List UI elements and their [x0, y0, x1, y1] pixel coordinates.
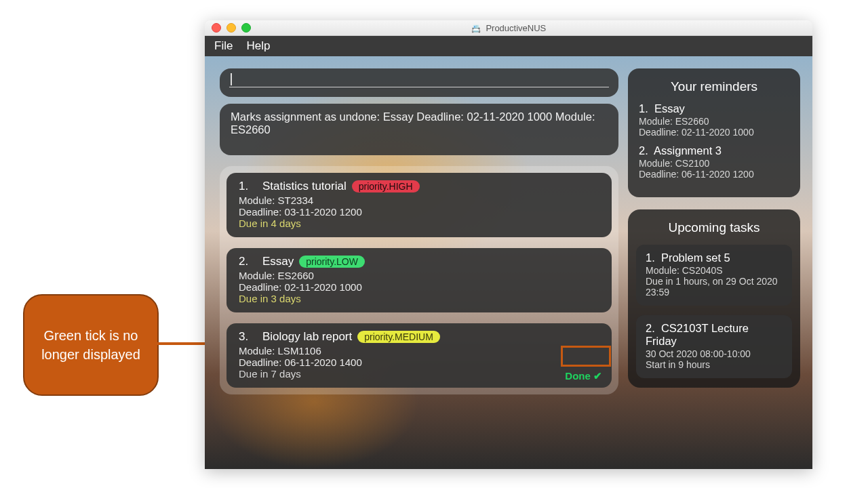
task-module: Module: ST2334: [239, 195, 599, 206]
reminders-panel: Your reminders 1. Essay Module: ES2660 D…: [628, 68, 800, 197]
task-due: Due in 4 days: [239, 218, 599, 229]
window-title: 📇 ProductiveNUS: [205, 23, 812, 33]
task-module: Module: LSM1106: [239, 345, 599, 357]
reminder-item[interactable]: 1. Essay Module: ES2660 Deadline: 02-11-…: [639, 102, 789, 138]
task-list: 1. Statistics tutorial priority.HIGH Mod…: [220, 166, 618, 394]
command-input-panel: [220, 68, 618, 97]
annotation-arrow-shaft: [152, 342, 210, 345]
reminder-index: 2.: [639, 144, 648, 157]
task-index: 2.: [239, 255, 248, 268]
upcoming-name: CS2103T Lecture Friday: [646, 322, 749, 347]
task-card[interactable]: 3. Biology lab report priority.MEDIUM Mo…: [226, 323, 612, 388]
upcoming-panel: Upcoming tasks 1. Problem set 5 Module: …: [628, 209, 800, 388]
upcoming-line2: Due in 1 hours, on 29 Oct 2020 23:59: [646, 276, 783, 298]
window-title-text: ProductiveNUS: [486, 23, 546, 33]
upcoming-title: Upcoming tasks: [636, 220, 792, 235]
app-window: 📇 ProductiveNUS File Help Marks assignme…: [205, 20, 812, 469]
done-indicator: Done ✔: [565, 370, 602, 382]
reminder-deadline: Deadline: 02-11-2020 1000: [639, 127, 789, 138]
task-deadline: Deadline: 02-11-2020 1000: [239, 281, 599, 293]
reminder-index: 1.: [639, 102, 648, 115]
command-input[interactable]: [229, 87, 609, 87]
status-panel: Marks assignment as undone: Essay Deadli…: [220, 104, 618, 155]
priority-badge: priority.MEDIUM: [357, 331, 440, 343]
reminder-module: Module: CS2100: [639, 158, 789, 169]
upcoming-line1: 30 Oct 2020 08:00-10:00: [646, 348, 783, 359]
upcoming-index: 2.: [646, 322, 655, 334]
reminder-module: Module: ES2660: [639, 116, 789, 127]
upcoming-name: Problem set 5: [661, 251, 730, 264]
upcoming-item[interactable]: 1. Problem set 5 Module: CS2040S Due in …: [636, 245, 792, 306]
menu-help[interactable]: Help: [246, 39, 270, 53]
task-index: 1.: [239, 180, 248, 193]
reminder-item[interactable]: 2. Assignment 3 Module: CS2100 Deadline:…: [639, 144, 789, 180]
app-body: File Help Marks assignment as undone: Es…: [205, 36, 812, 469]
task-card[interactable]: 1. Statistics tutorial priority.HIGH Mod…: [226, 173, 612, 237]
upcoming-line2: Start in 9 hours: [646, 359, 783, 370]
upcoming-line1: Module: CS2040S: [646, 265, 783, 276]
priority-badge: priority.LOW: [299, 256, 365, 268]
right-column: Your reminders 1. Essay Module: ES2660 D…: [628, 68, 800, 388]
priority-badge: priority.HIGH: [352, 180, 420, 192]
task-deadline: Deadline: 03-11-2020 1200: [239, 206, 599, 218]
status-text: Marks assignment as undone: Essay Deadli…: [231, 110, 595, 136]
reminder-deadline: Deadline: 06-11-2020 1200: [639, 169, 789, 180]
text-cursor: [231, 73, 232, 85]
task-module: Module: ES2660: [239, 270, 599, 281]
reminder-name: Essay: [654, 102, 685, 115]
task-index: 3.: [239, 330, 248, 344]
menubar: File Help: [205, 36, 812, 56]
menu-file[interactable]: File: [214, 39, 233, 53]
titlebar: 📇 ProductiveNUS: [205, 20, 812, 36]
upcoming-index: 1.: [646, 251, 655, 264]
task-due: Due in 3 days: [239, 293, 599, 304]
task-name: Statistics tutorial: [262, 180, 347, 193]
app-icon: 📇: [471, 24, 481, 33]
upcoming-item[interactable]: 2. CS2103T Lecture Friday 30 Oct 2020 08…: [636, 315, 792, 378]
reminders-title: Your reminders: [639, 79, 789, 94]
task-name: Biology lab report: [262, 330, 352, 344]
annotation-callout-text: Green tick is no longer displayed: [27, 326, 155, 364]
task-card[interactable]: 2. Essay priority.LOW Module: ES2660 Dea…: [226, 248, 612, 312]
annotation-callout: Green tick is no longer displayed: [23, 294, 159, 396]
reminder-name: Assignment 3: [654, 144, 722, 157]
left-column: Marks assignment as undone: Essay Deadli…: [220, 68, 618, 394]
task-name: Essay: [262, 255, 294, 268]
task-due: Due in 7 days: [239, 368, 599, 380]
task-deadline: Deadline: 06-11-2020 1400: [239, 357, 599, 368]
